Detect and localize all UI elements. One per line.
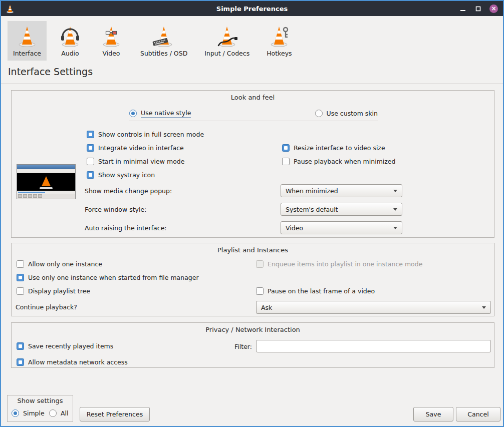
- group-title: Privacy / Network Interaction: [12, 326, 494, 333]
- vlc-preview-thumbnail: [17, 164, 76, 199]
- tab-input-codecs[interactable]: Input / Codecs: [199, 21, 255, 61]
- checkbox-indicator[interactable]: [17, 342, 24, 350]
- radio-use-custom-skin[interactable]: Use custom skin: [315, 110, 378, 117]
- checkbox-label: Show systray icon: [98, 171, 155, 179]
- checkbox-indicator[interactable]: [17, 358, 24, 366]
- force-window-style-select[interactable]: System's default: [281, 203, 402, 216]
- save-button[interactable]: Save: [413, 407, 453, 421]
- minimize-button[interactable]: [459, 5, 466, 12]
- checkbox-playlist-tree[interactable]: Display playlist tree: [17, 285, 90, 296]
- filter-input[interactable]: [256, 340, 491, 352]
- checkbox-integrate-video[interactable]: Integrate video in interface: [87, 142, 184, 153]
- show-settings-group: Show settings Simple All: [7, 395, 73, 422]
- close-button[interactable]: ×: [489, 5, 498, 13]
- checkbox-indicator[interactable]: [17, 274, 24, 281]
- radio-use-native-style[interactable]: Use native style: [129, 109, 191, 118]
- checkbox-label: Start in minimal view mode: [98, 158, 184, 165]
- radio-label: Use custom skin: [327, 110, 378, 117]
- group-title: Show settings: [8, 397, 73, 404]
- checkbox-label: Save recently played items: [28, 342, 113, 350]
- checkbox-pause-last-frame[interactable]: Pause on the last frame of a video: [256, 285, 375, 296]
- checkbox-metadata-access[interactable]: Allow metadata network access: [17, 356, 128, 367]
- checkbox-indicator[interactable]: [87, 171, 94, 179]
- radio-label: Use native style: [141, 109, 191, 118]
- radio-label: All: [61, 409, 69, 417]
- checkbox-systray-icon[interactable]: Show systray icon: [87, 169, 155, 180]
- chevron-down-icon: [393, 190, 397, 192]
- checkbox-resize-interface[interactable]: Resize interface to video size: [282, 142, 385, 153]
- restore-button[interactable]: [474, 5, 481, 12]
- simple-preferences-window: Simple Preferences × Interface: [0, 0, 504, 427]
- thumb-button: [38, 194, 42, 198]
- chevron-down-icon: [393, 208, 397, 211]
- tab-interface[interactable]: Interface: [8, 21, 47, 61]
- thumb-controls: [17, 194, 75, 199]
- checkbox-one-instance-filemanager[interactable]: Use only one instance when started from …: [17, 272, 199, 283]
- checkbox-label: Pause playback when minimized: [294, 158, 396, 165]
- vlc-app-icon: [5, 4, 15, 14]
- thumb-button: [28, 194, 32, 198]
- radio-label: Simple: [23, 409, 45, 417]
- radio-simple[interactable]: Simple: [12, 409, 45, 417]
- checkbox-one-instance[interactable]: Allow only one instance: [17, 258, 102, 269]
- radio-indicator[interactable]: [49, 409, 57, 417]
- audio-headphones-cone-icon: [58, 24, 82, 48]
- checkbox-indicator: [256, 260, 264, 268]
- checkbox-label: Show controls in full screen mode: [98, 131, 204, 138]
- thumb-button: [23, 194, 27, 198]
- selected-value: System's default: [286, 206, 338, 213]
- checkbox-label: Integrate video in interface: [98, 144, 184, 152]
- thumb-cone-base: [40, 187, 53, 189]
- label-auto-raising: Auto raising the interface:: [85, 221, 167, 234]
- radio-indicator[interactable]: [12, 409, 19, 417]
- titlebar[interactable]: Simple Preferences ×: [1, 1, 503, 16]
- chevron-down-icon: [393, 227, 397, 229]
- radio-all[interactable]: All: [49, 409, 69, 417]
- continue-playback-select[interactable]: Ask: [256, 301, 491, 314]
- content-area: Interface Audio Video: [1, 16, 503, 426]
- chevron-down-icon: [482, 306, 486, 309]
- checkbox-indicator[interactable]: [282, 144, 290, 152]
- input-codecs-cone-icon: [215, 24, 239, 48]
- checkbox-label: Allow metadata network access: [28, 358, 128, 366]
- tab-video[interactable]: Video: [94, 21, 129, 61]
- checkbox-pause-when-minimized[interactable]: Pause playback when minimized: [282, 156, 396, 167]
- tab-label: Audio: [61, 50, 79, 57]
- checkbox-indicator[interactable]: [256, 287, 264, 295]
- interface-cone-icon: [15, 24, 39, 48]
- media-change-popup-select[interactable]: When minimized: [281, 184, 402, 197]
- radio-indicator[interactable]: [129, 110, 137, 117]
- reset-preferences-button[interactable]: Reset Preferences: [80, 407, 150, 421]
- tab-audio[interactable]: Audio: [53, 21, 88, 61]
- look-and-feel-group: Look and feel Use native style Use custo…: [11, 90, 494, 238]
- auto-raising-select[interactable]: Video: [281, 221, 402, 234]
- group-title: Playlist and Instances: [12, 246, 494, 254]
- checkbox-show-controls-fullscreen[interactable]: Show controls in full screen mode: [87, 129, 204, 140]
- label-continue-playback: Continue playback?: [16, 300, 77, 313]
- thumb-button: [33, 194, 37, 198]
- subtitles-osd-cone-icon: [152, 24, 176, 48]
- checkbox-indicator[interactable]: [87, 144, 94, 152]
- checkbox-indicator[interactable]: [87, 131, 94, 138]
- radio-indicator[interactable]: [315, 110, 323, 117]
- video-cone-icon: [99, 24, 123, 48]
- privacy-network-group: Privacy / Network Interaction Save recen…: [11, 322, 494, 368]
- cancel-button[interactable]: Cancel: [456, 407, 500, 421]
- playlist-instances-group: Playlist and Instances Allow only one in…: [11, 243, 494, 316]
- checkbox-minimal-view[interactable]: Start in minimal view mode: [87, 156, 184, 167]
- tab-subtitles-osd[interactable]: Subtitles / OSD: [135, 21, 193, 61]
- checkbox-indicator[interactable]: [87, 158, 94, 165]
- checkbox-indicator[interactable]: [282, 158, 290, 165]
- checkbox-indicator[interactable]: [17, 260, 24, 268]
- category-toolbar: Interface Audio Video: [8, 21, 298, 61]
- selected-value: Ask: [261, 304, 272, 311]
- label-filter: Filter:: [224, 340, 252, 353]
- tab-hotkeys[interactable]: Hotkeys: [261, 21, 297, 61]
- checkbox-label: Allow only one instance: [28, 260, 102, 268]
- thumb-cone-icon: [42, 176, 51, 186]
- selected-value: When minimized: [286, 187, 338, 195]
- divider: [1, 83, 503, 84]
- checkbox-indicator[interactable]: [17, 287, 24, 295]
- checkbox-save-recent[interactable]: Save recently played items: [17, 340, 113, 351]
- checkbox-label: Display playlist tree: [28, 287, 90, 295]
